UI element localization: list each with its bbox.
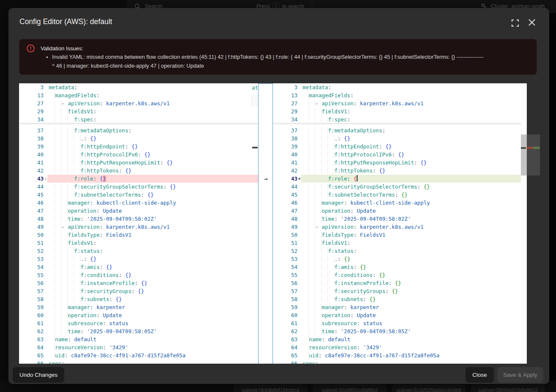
close-button[interactable]: Close xyxy=(465,367,494,383)
scrollbar-thumb[interactable] xyxy=(521,134,527,175)
code-line: 46 manager: kubectl-client-side-apply xyxy=(273,199,527,207)
modal-title: Config Editor (AWS): default xyxy=(19,17,112,26)
code-line: 64 resourceVersion: '3429' xyxy=(273,343,527,351)
undo-changes-button[interactable]: Undo Changes xyxy=(13,367,64,383)
code-line: 61 subresource: status xyxy=(273,319,527,327)
code-line: 60 operation: Update xyxy=(19,311,258,319)
fullscreen-icon xyxy=(512,19,519,27)
editor-scrollbar[interactable] xyxy=(521,83,527,364)
code-line: 55 f:conditions: {} xyxy=(19,271,258,279)
diff-pane-modified[interactable]: 3metadata:13 managedFields:27 - apiVersi… xyxy=(273,83,527,364)
code-line: 37 f:metadataOptions: xyxy=(273,126,527,134)
code-line: 54 f:amis: {} xyxy=(19,263,258,271)
code-line: 39 f:httpEndpoint: {} xyxy=(273,143,527,151)
code-line: 58 f:subnets: {} xyxy=(273,295,527,303)
code-line: 59 manager: karpenter xyxy=(273,303,527,311)
code-line: 54 f:amis: {} xyxy=(273,263,527,271)
code-line: 62 time: '2025-09-04T09:58:05Z' xyxy=(19,327,258,335)
code-line: 65 uid: c8afe97e-38cc-4f91-a767-d15f2a8f… xyxy=(19,351,258,359)
diff-pane-original[interactable]: 3metadata:13 managedFields:27 - apiVersi… xyxy=(19,83,258,364)
code-line: 45 f:subnetSelectorTerms: {} xyxy=(19,191,258,199)
validation-message-line2: ^ 46 | manager: kubectl-client-side-appl… xyxy=(52,61,532,70)
diff-overview-ruler[interactable] xyxy=(527,83,540,364)
revert-change-arrow[interactable]: → xyxy=(261,175,270,183)
code-line: 41 f:httpPutResponseHopLimit: {} xyxy=(273,159,527,167)
close-button-x[interactable] xyxy=(526,17,537,28)
screen: Search Press / to search Cluster: anirba… xyxy=(0,0,556,392)
code-line: 44 f:securityGroupSelectorTerms: {} xyxy=(19,183,258,191)
code-line: 42 f:httpTokens: {} xyxy=(19,167,258,175)
diff-editor: 3metadata:13 managedFields:27 - apiVersi… xyxy=(19,83,527,364)
close-icon xyxy=(528,19,535,26)
code-line: 53 .: {} xyxy=(19,255,258,263)
code-line: 66spec: xyxy=(273,359,527,364)
code-line: 13 managedFields: xyxy=(19,91,258,99)
code-line: 34 f:spec: xyxy=(273,115,527,123)
code-line: 44 f:securityGroupSelectorTerms: {} xyxy=(273,183,527,191)
config-editor-modal: Config Editor (AWS): default ! Validatio… xyxy=(8,8,549,384)
code-line: 46 manager: kubectl-client-side-apply xyxy=(19,199,258,207)
code-line: 38 .: {} xyxy=(19,134,258,143)
code-line: 3metadata: xyxy=(19,83,258,91)
code-line: 63 name: default xyxy=(19,335,258,343)
overview-viewport-slider[interactable] xyxy=(527,134,540,175)
error-icon: ! xyxy=(27,44,35,52)
code-line: 40 f:httpProtocolIPv6: {} xyxy=(19,151,258,159)
scrollbar-diff-mark-left xyxy=(252,147,258,148)
code-line: 58 f:subnets: {} xyxy=(19,295,258,303)
code-line: 62 time: '2025-09-04T09:58:05Z' xyxy=(273,327,527,335)
code-line: 51 fieldsV1: xyxy=(273,239,527,247)
hidden-region-hatch xyxy=(251,95,258,107)
code-line: 52 f:status: xyxy=(19,247,258,255)
clipped-text-fragment: at xyxy=(252,85,258,91)
validation-message-line1: Invalid YAML: missed comma between flow … xyxy=(52,52,532,61)
code-line: 56 f:instanceProfile: {} xyxy=(273,279,527,287)
code-line: 57 f:securityGroups: {} xyxy=(19,287,258,295)
code-line: 38 .: {} xyxy=(273,134,527,143)
code-line: 40 f:httpProtocolIPv6: {} xyxy=(273,151,527,159)
code-line: 50 fieldsType: FieldsV1 xyxy=(19,231,258,239)
code-line: 41 f:httpPutResponseHopLimit: {} xyxy=(19,159,258,167)
bullet: • xyxy=(46,54,48,60)
code-line: 37 f:metadataOptions: xyxy=(19,126,258,134)
code-line: 47 operation: Update xyxy=(273,207,527,215)
code-line: 43- f:role: {} xyxy=(19,175,258,183)
code-line: 13 managedFields: xyxy=(273,91,527,99)
overview-deletion-mark xyxy=(527,147,533,149)
code-line: 61 subresource: status xyxy=(19,319,258,327)
code-line: 3metadata: xyxy=(273,83,527,91)
code-line: 65 uid: c8afe97e-38cc-4f91-a767-d15f2a8f… xyxy=(273,351,527,359)
validation-title: Validation Issues: xyxy=(41,45,83,52)
code-line: 50 fieldsType: FieldsV1 xyxy=(273,231,527,239)
sticky-scroll-right: 3metadata:13 managedFields:27 - apiVersi… xyxy=(273,83,527,123)
code-line: 66spec: xyxy=(19,359,258,364)
code-line: 39 f:httpEndpoint: {} xyxy=(19,143,258,151)
fullscreen-button[interactable] xyxy=(509,17,520,28)
code-line: 29 fieldsV1: xyxy=(273,107,527,115)
code-line: 34 f:spec: xyxy=(19,115,258,123)
diff-sash[interactable]: → xyxy=(258,83,273,364)
code-line: 45 f:subnetSelectorTerms: {} xyxy=(273,191,527,199)
code-line: 29 fieldsV1: xyxy=(19,107,258,115)
save-apply-button[interactable]: Save & Apply xyxy=(497,367,543,383)
code-line: 42 f:httpTokens: {} xyxy=(273,167,527,175)
scrollbar-diff-mark-right xyxy=(521,147,526,149)
validation-banner: ! Validation Issues: • Invalid YAML: mis… xyxy=(19,39,537,75)
code-line: 56 f:instanceProfile: {} xyxy=(19,279,258,287)
code-line: 48 time: '2025-09-04T09:58:02Z' xyxy=(273,215,527,223)
code-line: 53 .: {} xyxy=(273,255,527,263)
code-line: 51 fieldsV1: xyxy=(19,239,258,247)
overview-addition-mark xyxy=(533,147,540,149)
code-line: 60 operation: Update xyxy=(273,311,527,319)
code-line: 43+ f:role: { xyxy=(273,175,527,183)
code-line: 27 - apiVersion: karpenter.k8s.aws/v1 xyxy=(19,99,258,107)
code-line: 64 resourceVersion: '3429' xyxy=(19,343,258,351)
code-line: 49 - apiVersion: karpenter.k8s.aws/v1 xyxy=(19,223,258,231)
code-line: 27 - apiVersion: karpenter.k8s.aws/v1 xyxy=(273,99,527,107)
code-line: 52 f:status: xyxy=(273,247,527,255)
code-line: 49 - apiVersion: karpenter.k8s.aws/v1 xyxy=(273,223,527,231)
code-line: 47 operation: Update xyxy=(19,207,258,215)
code-line: 57 f:securityGroups: {} xyxy=(273,287,527,295)
code-line: 48 time: '2025-09-04T09:58:02Z' xyxy=(19,215,258,223)
code-line: 59 manager: karpenter xyxy=(19,303,258,311)
